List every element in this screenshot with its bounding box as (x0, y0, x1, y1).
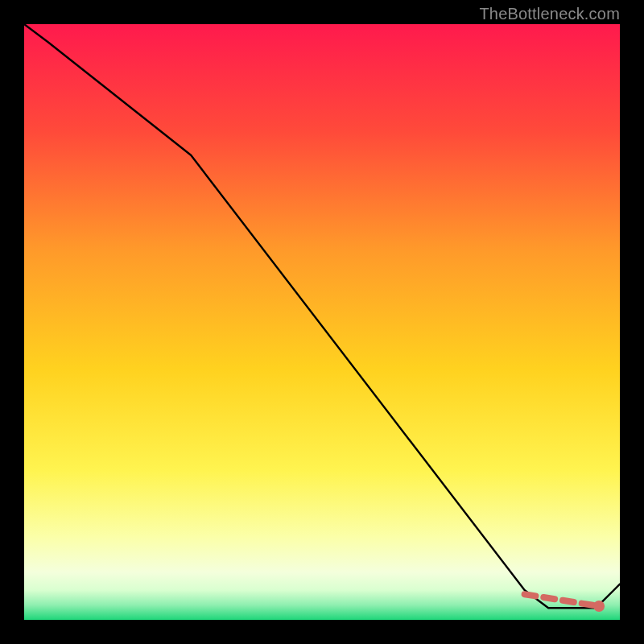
chart-frame: TheBottleneck.com (0, 0, 644, 644)
watermark-text: TheBottleneck.com (479, 5, 620, 23)
main-curve (24, 24, 620, 608)
end-dot-icon (593, 601, 605, 612)
plot-area (24, 24, 620, 620)
chart-lines (24, 24, 620, 620)
dashed-segment (525, 594, 600, 606)
